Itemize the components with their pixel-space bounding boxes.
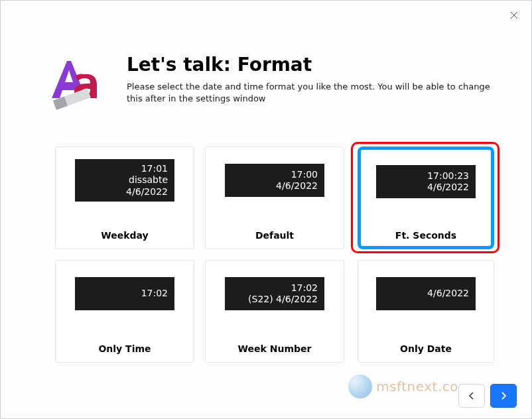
chevron-right-icon bbox=[499, 391, 508, 400]
preview-line: dissabte bbox=[129, 174, 168, 186]
preview-line: 17:00:23 bbox=[427, 170, 469, 182]
option-label: Weekday bbox=[56, 230, 194, 241]
preview-line: 17:01 bbox=[141, 163, 168, 175]
preview: 4/6/2022 bbox=[358, 261, 494, 327]
option-label: Default bbox=[206, 230, 344, 241]
preview-line: 4/6/2022 bbox=[276, 180, 318, 192]
back-button[interactable] bbox=[458, 384, 485, 408]
preview: 17:00:23 4/6/2022 bbox=[361, 150, 491, 216]
option-only-date[interactable]: 4/6/2022 Only Date bbox=[358, 260, 494, 363]
dialog-window: Let's talk: Format Please select the dat… bbox=[0, 0, 532, 419]
option-weekday[interactable]: 17:01 dissabte 4/6/2022 Weekday bbox=[55, 147, 194, 249]
preview: 17:01 dissabte 4/6/2022 bbox=[56, 147, 194, 213]
format-options: 17:01 dissabte 4/6/2022 Weekday 17:00 4/… bbox=[55, 147, 493, 363]
preview: 17:00 4/6/2022 bbox=[206, 147, 344, 213]
close-button[interactable] bbox=[502, 6, 526, 25]
globe-icon bbox=[348, 375, 372, 398]
page-title: Let's talk: Format bbox=[127, 54, 493, 76]
option-label: Week Number bbox=[206, 343, 344, 354]
option-only-time[interactable]: 17:02 Only Time bbox=[55, 260, 194, 363]
option-label: Only Time bbox=[56, 343, 194, 354]
preview-line: 17:02 bbox=[291, 282, 318, 294]
preview-line: 17:02 bbox=[141, 288, 168, 300]
nav-buttons bbox=[458, 384, 517, 408]
preview-line: 4/6/2022 bbox=[427, 182, 469, 194]
option-default[interactable]: 17:00 4/6/2022 Default bbox=[205, 147, 344, 249]
preview: 17:02 bbox=[56, 261, 194, 327]
next-button[interactable] bbox=[490, 384, 517, 408]
option-label: Ft. Seconds bbox=[361, 230, 491, 241]
preview-line: 4/6/2022 bbox=[126, 186, 168, 198]
app-logo-icon bbox=[40, 52, 107, 119]
preview: 17:02 (S22) 4/6/2022 bbox=[206, 261, 344, 327]
preview-line: 4/6/2022 bbox=[427, 288, 469, 300]
header: Let's talk: Format Please select the dat… bbox=[40, 52, 493, 119]
preview-line: 17:00 bbox=[291, 169, 318, 181]
page-subtitle: Please select the date and time format y… bbox=[127, 81, 493, 105]
watermark: msftnext.com bbox=[348, 375, 472, 398]
watermark-text: msftnext.com bbox=[376, 379, 472, 394]
chevron-left-icon bbox=[467, 391, 476, 400]
option-week-number[interactable]: 17:02 (S22) 4/6/2022 Week Number bbox=[205, 260, 344, 363]
option-ft-seconds[interactable]: 17:00:23 4/6/2022 Ft. Seconds bbox=[358, 147, 494, 249]
close-icon bbox=[510, 11, 518, 19]
preview-line: (S22) 4/6/2022 bbox=[248, 294, 318, 306]
option-label: Only Date bbox=[358, 343, 494, 354]
